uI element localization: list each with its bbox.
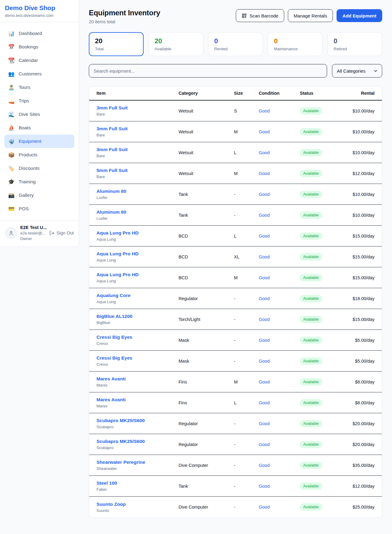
condition-link[interactable]: Good [259,484,300,489]
table-row[interactable]: Aqua Lung Pro HD Aqua Lung BCD L Good Av… [89,226,382,246]
sailboat-icon: ⛵ [8,125,15,131]
item-name-link[interactable]: Scubapro MK25/S600 [96,418,179,423]
equipment-table: Item Category Size Condition Status Rent… [89,86,382,518]
item-name-link[interactable]: Aqua Lung Pro HD [96,272,179,277]
sidebar-item[interactable]: 📅 Bookings [4,40,74,54]
table-row[interactable]: Suunto Zoop Suunto Dive Computer - Good … [89,497,382,517]
item-name-link[interactable]: 3mm Full Suit [96,105,179,111]
table-row[interactable]: 3mm Full Suit Bare Wetsuit M Good Availa… [89,121,382,142]
item-name-link[interactable]: Scubapro MK25/S600 [96,439,179,444]
item-name-link[interactable]: Steel 100 [96,480,179,486]
condition-link[interactable]: Good [259,129,300,134]
sidebar-item[interactable]: 📸 Gallery [4,189,74,202]
table-row[interactable]: Mares Avanti Mares Fins L Good Available… [89,392,382,413]
item-name-link[interactable]: Aluminum 80 [96,209,179,215]
stat-card[interactable]: 0 Maintenance [268,32,322,56]
item-name-link[interactable]: 3mm Full Suit [96,147,179,152]
condition-link[interactable]: Good [259,192,300,197]
item-name-link[interactable]: Suunto Zoop [96,502,179,507]
sidebar-item[interactable]: 📆 Calendar [4,54,74,67]
sidebar-item[interactable]: 👥 Customers [4,67,74,81]
condition-link[interactable]: Good [259,505,300,509]
stat-card[interactable]: 20 Available [149,32,203,56]
table-row[interactable]: Cressi Big Eyes Cressi Mask - Good Avail… [89,330,382,351]
item-name-link[interactable]: Aluminum 80 [96,189,179,194]
condition-link[interactable]: Good [259,317,300,322]
condition-link[interactable]: Good [259,150,300,155]
manage-rentals-button[interactable]: Manage Rentals [288,9,333,22]
item-name-link[interactable]: Aqualung Core [96,293,179,298]
stat-card[interactable]: 0 Retired [327,32,382,56]
condition-link[interactable]: Good [259,380,300,384]
item-cell: Aqualung Core Aqua Lung [96,293,179,304]
status-badge: Available [300,274,322,281]
column-header-rental: Rental [346,91,375,96]
condition-link[interactable]: Good [259,463,300,468]
item-brand: BigBlue [96,320,179,325]
sidebar-item[interactable]: 🌊 Dive Sites [4,108,74,121]
user-email: e2e-tester@... [20,231,46,236]
search-input[interactable] [89,64,327,78]
condition-link[interactable]: Good [259,338,300,343]
item-name-link[interactable]: Aqua Lung Pro HD [96,251,179,257]
condition-link[interactable]: Good [259,421,300,426]
item-name-link[interactable]: Aqua Lung Pro HD [96,230,179,236]
item-name-link[interactable]: Mares Avanti [96,376,179,382]
table-row[interactable]: Scubapro MK25/S600 Scubapro Regulator - … [89,413,382,434]
scan-barcode-button[interactable]: Scan Barcode [236,9,284,22]
stat-value: 0 [334,37,376,45]
item-name-link[interactable]: 5mm Full Suit [96,168,179,173]
sidebar-item[interactable]: 🤿 Equipment [4,135,74,148]
table-row[interactable]: BigBlue AL1200 BigBlue Torch/Light - Goo… [89,309,382,330]
item-name-link[interactable]: BigBlue AL1200 [96,314,179,319]
sidebar-item[interactable]: ⛵ Boats [4,121,74,135]
table-row[interactable]: Scubapro MK25/S600 Scubapro Regulator - … [89,434,382,455]
condition-link[interactable]: Good [259,359,300,364]
status-cell: Available [300,378,346,386]
condition-link[interactable]: Good [259,275,300,280]
item-name-link[interactable]: Mares Avanti [96,397,179,402]
sign-out-button[interactable]: Sign Out [49,231,74,236]
table-row[interactable]: Aqua Lung Pro HD Aqua Lung BCD XL Good A… [89,246,382,267]
condition-link[interactable]: Good [259,442,300,447]
table-row[interactable]: Steel 100 Faber Tank - Good Available $1… [89,476,382,497]
add-equipment-button[interactable]: Add Equipment [337,9,382,22]
condition-link[interactable]: Good [259,296,300,301]
sidebar-item[interactable]: 📦 Products [4,148,74,162]
table-row[interactable]: 5mm Full Suit Bare Wetsuit M Good Availa… [89,163,382,184]
table-header-row: Item Category Size Condition Status Rent… [89,86,382,101]
sidebar-item[interactable]: 🏝️ Tours [4,81,74,94]
condition-link[interactable]: Good [259,400,300,405]
table-row[interactable]: Shearwater Peregrine Shearwater Dive Com… [89,455,382,476]
sidebar-item[interactable]: 🚤 Trips [4,94,74,108]
sidebar-item[interactable]: 🎓 Training [4,175,74,189]
table-row[interactable]: Aqua Lung Pro HD Aqua Lung BCD M Good Av… [89,267,382,288]
size-cell: - [234,442,259,447]
condition-link[interactable]: Good [259,171,300,176]
item-name-link[interactable]: 3mm Full Suit [96,126,179,132]
condition-link[interactable]: Good [259,254,300,259]
table-row[interactable]: 3mm Full Suit Bare Wetsuit L Good Availa… [89,142,382,163]
sidebar-item[interactable]: 📊 Dashboard [4,27,74,40]
condition-link[interactable]: Good [259,213,300,218]
item-cell: BigBlue AL1200 BigBlue [96,314,179,325]
item-name-link[interactable]: Shearwater Peregrine [96,460,179,465]
table-row[interactable]: Aluminum 80 Luxfer Tank - Good Available… [89,205,382,226]
status-badge: Available [300,357,322,365]
stat-card[interactable]: 0 Rented [208,32,263,56]
stat-card[interactable]: 20 Total [89,32,144,56]
category-select[interactable]: All Categories [332,64,382,78]
item-name-link[interactable]: Cressi Big Eyes [96,334,179,340]
item-name-link[interactable]: Cressi Big Eyes [96,355,179,361]
table-row[interactable]: Mares Avanti Mares Fins M Good Available… [89,372,382,392]
table-row[interactable]: Aluminum 80 Luxfer Tank - Good Available… [89,184,382,205]
table-row[interactable]: Cressi Big Eyes Cressi Mask - Good Avail… [89,351,382,372]
sidebar-item[interactable]: 🏷️ Discounts [4,162,74,175]
condition-link[interactable]: Good [259,109,300,113]
status-cell: Available [300,399,346,406]
table-row[interactable]: 3mm Full Suit Bare Wetsuit S Good Availa… [89,101,382,121]
condition-link[interactable]: Good [259,234,300,238]
sidebar-item[interactable]: 💳 POS [4,202,74,216]
table-row[interactable]: Aqualung Core Aqua Lung Regulator - Good… [89,288,382,309]
person-icon [8,230,14,236]
